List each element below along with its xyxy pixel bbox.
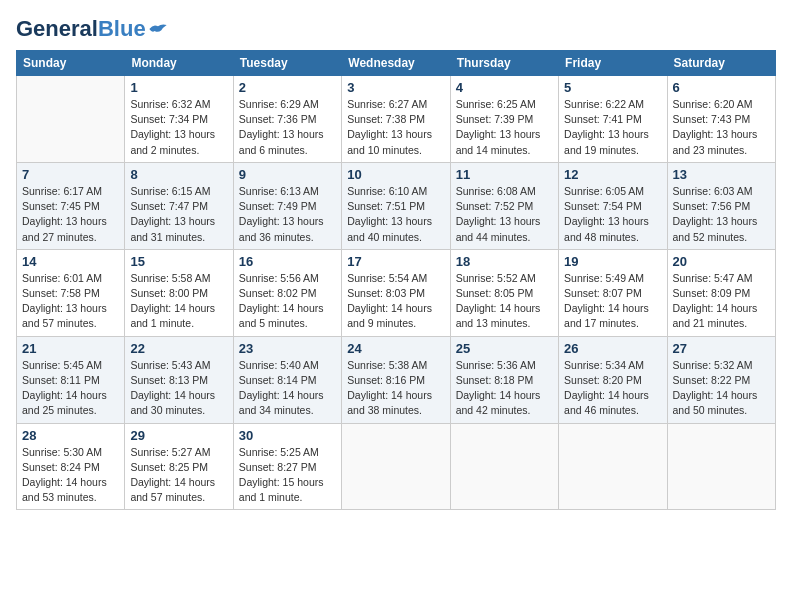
day-info: Sunrise: 5:54 AMSunset: 8:03 PMDaylight:… bbox=[347, 271, 444, 332]
calendar-cell: 3Sunrise: 6:27 AMSunset: 7:38 PMDaylight… bbox=[342, 76, 450, 163]
calendar-cell: 14Sunrise: 6:01 AMSunset: 7:58 PMDayligh… bbox=[17, 249, 125, 336]
day-info: Sunrise: 5:40 AMSunset: 8:14 PMDaylight:… bbox=[239, 358, 336, 419]
calendar-cell: 27Sunrise: 5:32 AMSunset: 8:22 PMDayligh… bbox=[667, 336, 775, 423]
calendar-cell bbox=[450, 423, 558, 510]
page-header: GeneralBlue bbox=[16, 16, 776, 42]
day-info: Sunrise: 5:34 AMSunset: 8:20 PMDaylight:… bbox=[564, 358, 661, 419]
day-number: 10 bbox=[347, 167, 444, 182]
day-number: 15 bbox=[130, 254, 227, 269]
weekday-header: Tuesday bbox=[233, 51, 341, 76]
calendar-cell: 19Sunrise: 5:49 AMSunset: 8:07 PMDayligh… bbox=[559, 249, 667, 336]
calendar-cell: 13Sunrise: 6:03 AMSunset: 7:56 PMDayligh… bbox=[667, 162, 775, 249]
day-number: 7 bbox=[22, 167, 119, 182]
day-number: 26 bbox=[564, 341, 661, 356]
weekday-header: Sunday bbox=[17, 51, 125, 76]
calendar-cell: 24Sunrise: 5:38 AMSunset: 8:16 PMDayligh… bbox=[342, 336, 450, 423]
day-number: 14 bbox=[22, 254, 119, 269]
day-number: 19 bbox=[564, 254, 661, 269]
weekday-header: Saturday bbox=[667, 51, 775, 76]
weekday-header: Monday bbox=[125, 51, 233, 76]
calendar-cell: 9Sunrise: 6:13 AMSunset: 7:49 PMDaylight… bbox=[233, 162, 341, 249]
calendar-cell bbox=[667, 423, 775, 510]
logo-general: GeneralBlue bbox=[16, 16, 146, 42]
calendar-cell: 11Sunrise: 6:08 AMSunset: 7:52 PMDayligh… bbox=[450, 162, 558, 249]
day-number: 24 bbox=[347, 341, 444, 356]
day-info: Sunrise: 5:47 AMSunset: 8:09 PMDaylight:… bbox=[673, 271, 770, 332]
day-info: Sunrise: 5:27 AMSunset: 8:25 PMDaylight:… bbox=[130, 445, 227, 506]
calendar-cell: 26Sunrise: 5:34 AMSunset: 8:20 PMDayligh… bbox=[559, 336, 667, 423]
calendar-cell: 29Sunrise: 5:27 AMSunset: 8:25 PMDayligh… bbox=[125, 423, 233, 510]
day-info: Sunrise: 6:05 AMSunset: 7:54 PMDaylight:… bbox=[564, 184, 661, 245]
day-info: Sunrise: 5:43 AMSunset: 8:13 PMDaylight:… bbox=[130, 358, 227, 419]
calendar-cell: 15Sunrise: 5:58 AMSunset: 8:00 PMDayligh… bbox=[125, 249, 233, 336]
day-info: Sunrise: 6:25 AMSunset: 7:39 PMDaylight:… bbox=[456, 97, 553, 158]
calendar-cell: 2Sunrise: 6:29 AMSunset: 7:36 PMDaylight… bbox=[233, 76, 341, 163]
day-number: 18 bbox=[456, 254, 553, 269]
calendar-cell: 21Sunrise: 5:45 AMSunset: 8:11 PMDayligh… bbox=[17, 336, 125, 423]
calendar-cell: 17Sunrise: 5:54 AMSunset: 8:03 PMDayligh… bbox=[342, 249, 450, 336]
calendar-cell: 28Sunrise: 5:30 AMSunset: 8:24 PMDayligh… bbox=[17, 423, 125, 510]
day-number: 13 bbox=[673, 167, 770, 182]
calendar-cell: 1Sunrise: 6:32 AMSunset: 7:34 PMDaylight… bbox=[125, 76, 233, 163]
day-number: 21 bbox=[22, 341, 119, 356]
calendar-cell: 20Sunrise: 5:47 AMSunset: 8:09 PMDayligh… bbox=[667, 249, 775, 336]
calendar-cell: 18Sunrise: 5:52 AMSunset: 8:05 PMDayligh… bbox=[450, 249, 558, 336]
calendar-cell: 16Sunrise: 5:56 AMSunset: 8:02 PMDayligh… bbox=[233, 249, 341, 336]
day-number: 12 bbox=[564, 167, 661, 182]
weekday-header: Thursday bbox=[450, 51, 558, 76]
day-number: 29 bbox=[130, 428, 227, 443]
day-info: Sunrise: 6:22 AMSunset: 7:41 PMDaylight:… bbox=[564, 97, 661, 158]
calendar-cell: 7Sunrise: 6:17 AMSunset: 7:45 PMDaylight… bbox=[17, 162, 125, 249]
day-number: 16 bbox=[239, 254, 336, 269]
day-info: Sunrise: 5:58 AMSunset: 8:00 PMDaylight:… bbox=[130, 271, 227, 332]
day-number: 20 bbox=[673, 254, 770, 269]
calendar-cell bbox=[559, 423, 667, 510]
logo: GeneralBlue bbox=[16, 16, 168, 42]
day-info: Sunrise: 6:01 AMSunset: 7:58 PMDaylight:… bbox=[22, 271, 119, 332]
day-info: Sunrise: 5:25 AMSunset: 8:27 PMDaylight:… bbox=[239, 445, 336, 506]
day-number: 5 bbox=[564, 80, 661, 95]
day-number: 17 bbox=[347, 254, 444, 269]
calendar-cell: 6Sunrise: 6:20 AMSunset: 7:43 PMDaylight… bbox=[667, 76, 775, 163]
day-number: 22 bbox=[130, 341, 227, 356]
day-info: Sunrise: 6:20 AMSunset: 7:43 PMDaylight:… bbox=[673, 97, 770, 158]
day-info: Sunrise: 6:32 AMSunset: 7:34 PMDaylight:… bbox=[130, 97, 227, 158]
calendar-cell: 30Sunrise: 5:25 AMSunset: 8:27 PMDayligh… bbox=[233, 423, 341, 510]
day-number: 9 bbox=[239, 167, 336, 182]
day-number: 27 bbox=[673, 341, 770, 356]
calendar-cell bbox=[342, 423, 450, 510]
logo-blue: Blue bbox=[98, 16, 146, 41]
day-info: Sunrise: 6:27 AMSunset: 7:38 PMDaylight:… bbox=[347, 97, 444, 158]
weekday-header: Wednesday bbox=[342, 51, 450, 76]
day-number: 6 bbox=[673, 80, 770, 95]
day-number: 25 bbox=[456, 341, 553, 356]
day-number: 30 bbox=[239, 428, 336, 443]
weekday-header: Friday bbox=[559, 51, 667, 76]
day-number: 4 bbox=[456, 80, 553, 95]
calendar-cell: 8Sunrise: 6:15 AMSunset: 7:47 PMDaylight… bbox=[125, 162, 233, 249]
day-info: Sunrise: 5:45 AMSunset: 8:11 PMDaylight:… bbox=[22, 358, 119, 419]
day-info: Sunrise: 5:38 AMSunset: 8:16 PMDaylight:… bbox=[347, 358, 444, 419]
day-info: Sunrise: 6:08 AMSunset: 7:52 PMDaylight:… bbox=[456, 184, 553, 245]
day-info: Sunrise: 5:56 AMSunset: 8:02 PMDaylight:… bbox=[239, 271, 336, 332]
calendar-cell: 25Sunrise: 5:36 AMSunset: 8:18 PMDayligh… bbox=[450, 336, 558, 423]
day-info: Sunrise: 5:52 AMSunset: 8:05 PMDaylight:… bbox=[456, 271, 553, 332]
day-number: 11 bbox=[456, 167, 553, 182]
calendar-cell bbox=[17, 76, 125, 163]
calendar-cell: 12Sunrise: 6:05 AMSunset: 7:54 PMDayligh… bbox=[559, 162, 667, 249]
day-info: Sunrise: 6:17 AMSunset: 7:45 PMDaylight:… bbox=[22, 184, 119, 245]
day-number: 8 bbox=[130, 167, 227, 182]
logo-bird-icon bbox=[148, 22, 168, 36]
calendar-cell: 22Sunrise: 5:43 AMSunset: 8:13 PMDayligh… bbox=[125, 336, 233, 423]
day-number: 2 bbox=[239, 80, 336, 95]
calendar-cell: 5Sunrise: 6:22 AMSunset: 7:41 PMDaylight… bbox=[559, 76, 667, 163]
day-info: Sunrise: 5:30 AMSunset: 8:24 PMDaylight:… bbox=[22, 445, 119, 506]
calendar-cell: 10Sunrise: 6:10 AMSunset: 7:51 PMDayligh… bbox=[342, 162, 450, 249]
calendar-cell: 4Sunrise: 6:25 AMSunset: 7:39 PMDaylight… bbox=[450, 76, 558, 163]
day-number: 3 bbox=[347, 80, 444, 95]
day-info: Sunrise: 6:10 AMSunset: 7:51 PMDaylight:… bbox=[347, 184, 444, 245]
calendar-cell: 23Sunrise: 5:40 AMSunset: 8:14 PMDayligh… bbox=[233, 336, 341, 423]
day-info: Sunrise: 5:49 AMSunset: 8:07 PMDaylight:… bbox=[564, 271, 661, 332]
day-info: Sunrise: 6:15 AMSunset: 7:47 PMDaylight:… bbox=[130, 184, 227, 245]
day-number: 28 bbox=[22, 428, 119, 443]
